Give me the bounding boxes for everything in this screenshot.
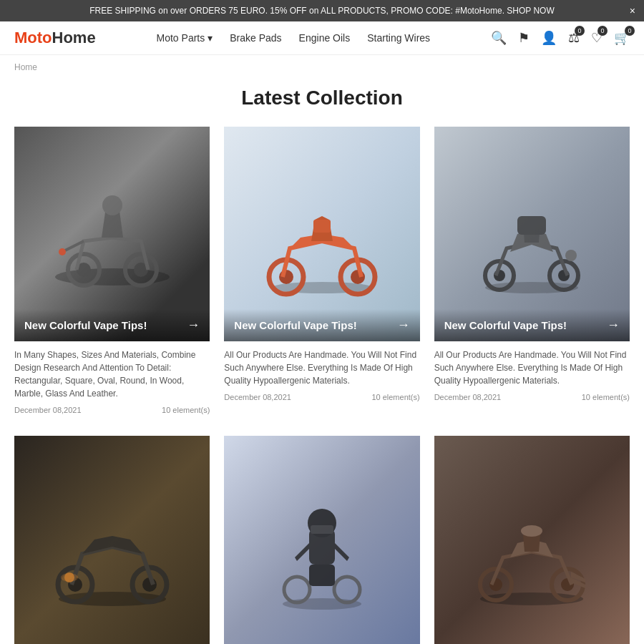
svg-point-15 [494,270,505,281]
card-2-body: All Our Products Are Handmade. You Will … [224,341,419,409]
card-1-meta: December 08,2021 10 element(s) [14,406,210,414]
card-3-date: December 08,2021 [434,393,502,401]
search-icon[interactable]: 🔍 [491,30,507,46]
card-3-title: New Colorful Vape Tips! [444,319,567,331]
header-icons: 🔍 ⚑ 👤 ⚖ 0 ♡ 0 🛒 0 [491,30,630,46]
svg-point-26 [61,573,78,582]
announcement-bar: FREE SHIPPING on over ORDERS 75 EURO. 15… [0,0,644,21]
logo[interactable]: MotoHome [14,29,96,47]
card-1-elements: 10 element(s) [162,406,210,414]
svg-point-28 [284,577,310,602]
card-2-image[interactable]: New Colorful Vape Tips! → [224,127,419,341]
card-1-overlay: New Colorful Vape Tips! → [14,309,210,341]
card-5-image[interactable] [224,436,419,644]
card-3-body: All Our Products Are Handmade. You Will … [434,341,630,409]
card-3-overlay: New Colorful Vape Tips! → [434,309,630,341]
card-3-arrow-icon[interactable]: → [607,318,620,333]
card-1-title: New Colorful Vape Tips! [24,319,147,331]
svg-point-19 [565,250,577,261]
svg-rect-18 [517,216,546,235]
wishlist-icon[interactable]: ♡ 0 [591,30,602,46]
card-2-overlay: New Colorful Vape Tips! → [224,309,419,341]
collection-card-6 [434,436,630,644]
svg-rect-33 [309,565,335,586]
main-content: Latest Collection [0,79,644,644]
nav-moto-parts[interactable]: Moto Parts ▾ [157,32,213,44]
svg-point-9 [279,270,293,284]
card-4-image[interactable] [14,436,210,644]
card-2-description: All Our Products Are Handmade. You Will … [224,348,419,387]
nav-brake-pads[interactable]: Brake Pads [230,32,281,44]
card-2-meta: December 08,2021 10 element(s) [224,393,419,401]
breadcrumb: Home [0,55,644,79]
dropdown-arrow-icon: ▾ [208,32,213,44]
cart-badge: 0 [625,26,635,36]
card-2-title: New Colorful Vape Tips! [234,319,356,331]
breadcrumb-home-link[interactable]: Home [14,62,37,72]
announcement-text: FREE SHIPPING on over ORDERS 75 EURO. 15… [89,6,555,16]
logo-moto: Moto [14,29,52,47]
collection-card-2: New Colorful Vape Tips! → All Our Produc… [224,127,419,421]
card-3-image[interactable]: New Colorful Vape Tips! → [434,127,630,341]
card-1-arrow-icon[interactable]: → [187,318,200,333]
card-2-date: December 08,2021 [224,393,291,401]
svg-rect-12 [313,220,331,233]
page-title: Latest Collection [14,87,630,109]
svg-point-11 [351,270,365,284]
svg-point-29 [334,577,360,602]
card-2-arrow-icon[interactable]: → [397,318,410,333]
nav-starting-wires[interactable]: Starting Wires [367,32,430,44]
card-2-elements: 10 element(s) [371,393,419,401]
card-1-image[interactable]: New Colorful Vape Tips! → [14,127,210,341]
collection-grid: New Colorful Vape Tips! → In Many Shapes… [14,127,630,644]
logo-home: Home [52,29,96,47]
collection-card-1: New Colorful Vape Tips! → In Many Shapes… [14,127,210,421]
card-1-date: December 08,2021 [14,406,82,414]
flag-icon[interactable]: ⚑ [518,30,530,46]
collection-card-4 [14,436,210,644]
card-1-description: In Many Shapes, Sizes And Materials, Com… [14,348,210,400]
card-3-elements: 10 element(s) [582,393,630,401]
cart-icon[interactable]: 🛒 0 [614,30,630,46]
main-nav: Moto Parts ▾ Brake Pads Engine Oils Star… [157,32,431,44]
collection-card-5 [224,436,419,644]
card-3-description: All Our Products Are Handmade. You Will … [434,348,630,387]
collection-card-3: New Colorful Vape Tips! → All Our Produc… [434,127,630,421]
compare-icon[interactable]: ⚖ 0 [568,30,580,46]
compare-badge: 0 [575,26,585,36]
svg-point-6 [59,248,66,255]
user-icon[interactable]: 👤 [541,30,557,46]
svg-rect-32 [311,525,333,534]
svg-point-36 [489,578,502,591]
card-3-meta: December 08,2021 10 element(s) [434,393,630,401]
card-1-body: In Many Shapes, Sizes And Materials, Com… [14,341,210,421]
header: MotoHome Moto Parts ▾ Brake Pads Engine … [0,21,644,55]
svg-point-39 [521,525,542,537]
nav-engine-oils[interactable]: Engine Oils [299,32,351,44]
svg-point-5 [102,195,122,215]
card-6-image[interactable] [434,436,630,644]
svg-point-17 [558,270,570,281]
announcement-close-button[interactable]: × [630,5,635,16]
wishlist-badge: 0 [597,26,608,36]
